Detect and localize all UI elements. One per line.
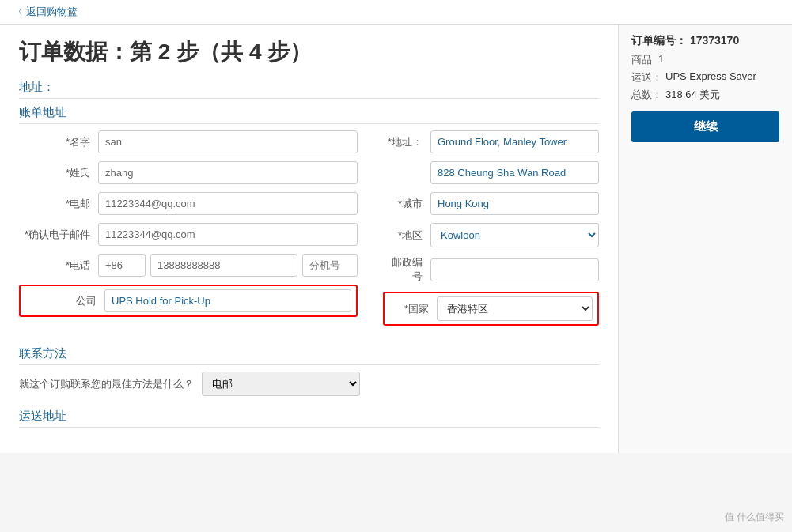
contact-method-select[interactable]: 电邮 [202, 372, 360, 396]
email-input[interactable] [98, 192, 358, 215]
name-input[interactable] [98, 130, 358, 153]
shipping-value: UPS Express Saver [665, 70, 756, 85]
contact-section-title: 联系方法 [19, 346, 599, 365]
email-label: *电邮 [19, 197, 98, 211]
product-label: 商品 [631, 53, 655, 67]
address1-label: *地址： [383, 135, 430, 149]
total-value: 318.64 美元 [665, 88, 720, 102]
postal-input[interactable] [430, 258, 599, 281]
phone-number-input[interactable] [150, 254, 297, 277]
postal-label: 邮政编号 [383, 255, 430, 284]
postal-field-row: 邮政编号 [383, 255, 599, 284]
address2-input[interactable] [430, 161, 599, 184]
phone-country-input[interactable] [98, 254, 146, 277]
city-input[interactable] [430, 192, 599, 215]
phone-label: *电话 [19, 258, 98, 273]
address1-field-row: *地址： [383, 130, 599, 153]
confirm-email-field-row: *确认电子邮件 [19, 223, 358, 246]
contact-method-label: 就这个订购联系您的最佳方法是什么？ [19, 377, 194, 391]
email-input-wrapper [98, 192, 358, 215]
lastname-input[interactable] [98, 161, 358, 184]
confirm-email-input[interactable] [98, 223, 358, 246]
billing-section-title: 账单地址 [19, 105, 599, 124]
address-section-title[interactable]: 地址： [19, 80, 599, 99]
confirm-email-input-wrapper [98, 223, 358, 246]
region-label: *地区 [383, 228, 430, 243]
back-link[interactable]: 返回购物篮 [13, 6, 78, 17]
shipping-section-title[interactable]: 运送地址 [19, 409, 599, 428]
shipping-label: 运送： [631, 70, 662, 85]
company-input[interactable] [104, 289, 351, 312]
region-field-row: *地区 Kowloon [383, 223, 599, 247]
order-sidebar: 订单编号： 17373170 商品 1 运送： UPS Express Save… [618, 25, 792, 453]
email-field-row: *电邮 [19, 192, 358, 215]
order-number-value: 17373170 [690, 34, 739, 47]
continue-button[interactable]: 继续 [631, 111, 779, 142]
postal-input-wrapper [430, 258, 599, 281]
order-number-label: 订单编号： [631, 34, 687, 47]
name-label: *名字 [19, 135, 98, 149]
address1-input[interactable] [430, 130, 599, 153]
total-label: 总数： [631, 88, 662, 102]
city-label: *城市 [383, 197, 430, 211]
phone-field-row: *电话 [19, 254, 358, 277]
company-field-row: 公司 [19, 285, 358, 317]
phone-ext-input[interactable] [302, 254, 358, 277]
phone-inputs [98, 254, 358, 277]
page-title: 订单数据：第 2 步（共 4 步） [19, 37, 599, 67]
name-input-wrapper [98, 130, 358, 153]
lastname-label: *姓氏 [19, 166, 98, 180]
order-summary: 订单编号： 17373170 商品 1 运送： UPS Express Save… [631, 34, 779, 142]
top-bar: 返回购物篮 [0, 0, 792, 25]
city-input-wrapper [430, 192, 599, 215]
confirm-email-label: *确认电子邮件 [19, 228, 98, 242]
lastname-field-row: *姓氏 [19, 161, 358, 184]
order-shipping-row: 运送： UPS Express Saver [631, 70, 779, 85]
order-number: 订单编号： 17373170 [631, 34, 779, 48]
lastname-input-wrapper [98, 161, 358, 184]
address2-field-row [383, 161, 599, 184]
contact-method-row: 就这个订购联系您的最佳方法是什么？ 电邮 [19, 372, 599, 396]
address2-input-wrapper [430, 161, 599, 184]
region-select-wrapper: Kowloon [430, 223, 599, 247]
region-select[interactable]: Kowloon [430, 223, 599, 247]
order-product-row: 商品 1 [631, 53, 779, 67]
country-label: *国家 [389, 302, 437, 316]
name-field-row: *名字 [19, 130, 358, 153]
country-field-row: *国家 香港特区 [383, 292, 599, 326]
order-total-row: 总数： 318.64 美元 [631, 88, 779, 102]
product-value: 1 [658, 53, 664, 67]
address1-input-wrapper [430, 130, 599, 153]
city-field-row: *城市 [383, 192, 599, 215]
country-select[interactable]: 香港特区 [437, 296, 593, 321]
company-label: 公司 [25, 294, 104, 308]
